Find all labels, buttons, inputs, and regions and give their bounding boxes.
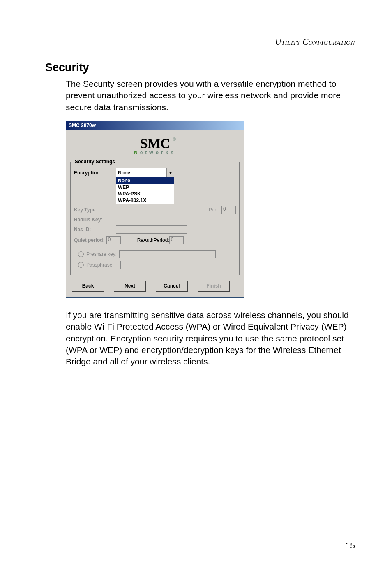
nasid-field[interactable] (116, 225, 187, 234)
paragraph-protocols: If you are transmitting sensitive data a… (66, 309, 355, 368)
quietperiod-label: Quiet period: (74, 237, 105, 243)
passphrase-field[interactable] (120, 261, 217, 269)
port-label: Port: (209, 207, 219, 213)
keytype-label: Key Type: (74, 207, 116, 213)
security-settings-group: Security Settings Encryption: None None … (70, 159, 240, 275)
section-heading: Security (45, 61, 355, 74)
passphrase-radio[interactable] (78, 262, 84, 268)
encryption-dropdown[interactable]: None None WEP WPA-PSK WPA-802.1X (116, 168, 174, 178)
quietperiod-field[interactable]: 0 (106, 236, 121, 244)
encryption-selected: None (116, 170, 166, 176)
next-button[interactable]: Next (114, 281, 146, 292)
chevron-down-icon (166, 168, 174, 177)
encryption-options-list[interactable]: None WEP WPA-PSK WPA-802.1X (116, 177, 174, 204)
option-wpa-psk[interactable]: WPA-PSK (116, 190, 174, 197)
back-button[interactable]: Back (72, 281, 104, 292)
paragraph-intro: The Security screen provides you with a … (66, 78, 355, 113)
port-field[interactable]: 0 (221, 206, 236, 214)
logo-area: SMC ® Networks (66, 130, 244, 157)
reauthperiod-label: ReAuthPeriod: (137, 237, 169, 243)
logo-registered: ® (173, 137, 175, 142)
nasid-label: Nas ID: (74, 227, 116, 232)
reauthperiod-field[interactable]: 0 (169, 236, 184, 244)
option-none[interactable]: None (116, 177, 174, 184)
finish-button: Finish (198, 281, 230, 292)
page-header: Utility Configuration (45, 37, 355, 47)
option-wep[interactable]: WEP (116, 184, 174, 190)
window-titlebar: SMC 2870w (66, 121, 244, 130)
page-number: 15 (346, 541, 355, 550)
settings-legend: Security Settings (74, 159, 116, 165)
preshare-field[interactable] (119, 250, 216, 258)
option-wpa-8021x[interactable]: WPA-802.1X (116, 197, 174, 204)
logo-text: SMC ® (140, 136, 170, 151)
cancel-button[interactable]: Cancel (156, 281, 188, 292)
passphrase-label: Passphrase: (86, 262, 114, 268)
radiuskey-label: Radius Key: (74, 217, 116, 223)
encryption-label: Encryption: (74, 170, 116, 176)
preshare-label: Preshare key: (86, 251, 117, 257)
preshare-radio[interactable] (78, 251, 84, 257)
wizard-window: SMC 2870w SMC ® Networks Security Settin… (66, 121, 244, 298)
